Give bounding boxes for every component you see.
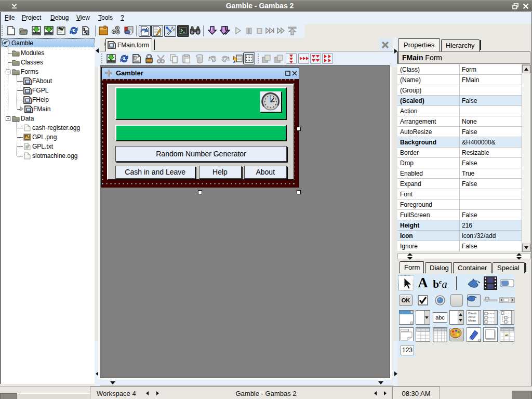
svg-text:ab: ab	[505, 334, 509, 337]
